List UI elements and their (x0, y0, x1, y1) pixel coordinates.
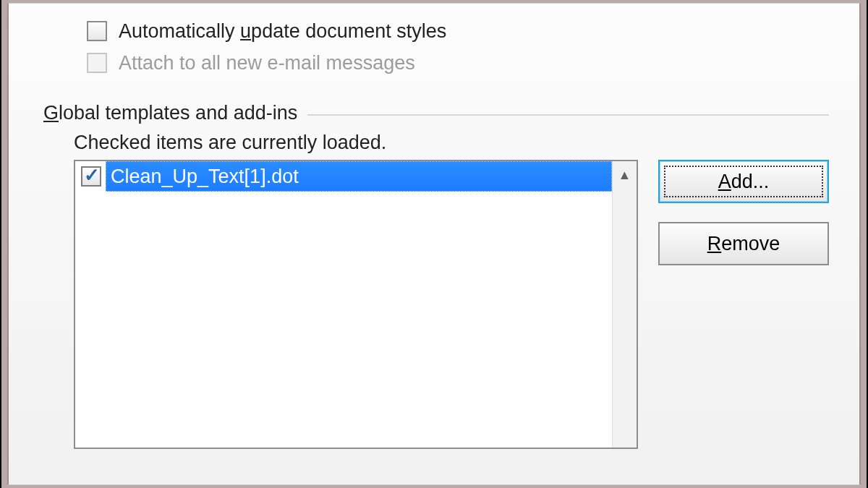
listbox-scrollbar[interactable]: ▲ (612, 161, 637, 448)
attach-email-row: Attach to all new e-mail messages (87, 48, 829, 77)
list-item-checkbox[interactable]: ✓ (81, 166, 101, 187)
auto-update-label: Automatically update document styles (119, 21, 446, 41)
auto-update-checkbox[interactable] (87, 21, 107, 41)
section-global-templates: Global templates and add-ins (43, 102, 829, 124)
side-buttons: Add... Remove (658, 160, 829, 265)
scroll-up-icon[interactable]: ▲ (613, 161, 637, 189)
templates-content-row: ✓ Clean_Up_Text[1].dot ▲ Add... (74, 160, 829, 449)
templates-listbox[interactable]: ✓ Clean_Up_Text[1].dot ▲ (74, 160, 638, 449)
dialog-inner: Automatically update document styles Att… (7, 3, 861, 485)
scroll-track[interactable] (613, 189, 637, 448)
check-icon: ✓ (84, 165, 100, 185)
section-divider (307, 114, 829, 116)
remove-button[interactable]: Remove (658, 222, 829, 265)
list-item-label[interactable]: Clean_Up_Text[1].dot (106, 161, 612, 192)
add-button[interactable]: Add... (658, 160, 829, 203)
templates-list-body: ✓ Clean_Up_Text[1].dot (75, 161, 612, 448)
list-item[interactable]: ✓ Clean_Up_Text[1].dot (75, 161, 612, 192)
attach-email-checkbox (87, 53, 107, 73)
section-title: Global templates and add-ins (43, 102, 307, 124)
dialog-frame: Automatically update document styles Att… (1, 0, 867, 488)
loaded-items-caption: Checked items are currently loaded. (74, 132, 829, 154)
attach-email-label: Attach to all new e-mail messages (119, 53, 415, 73)
auto-update-row: Automatically update document styles (87, 17, 829, 46)
